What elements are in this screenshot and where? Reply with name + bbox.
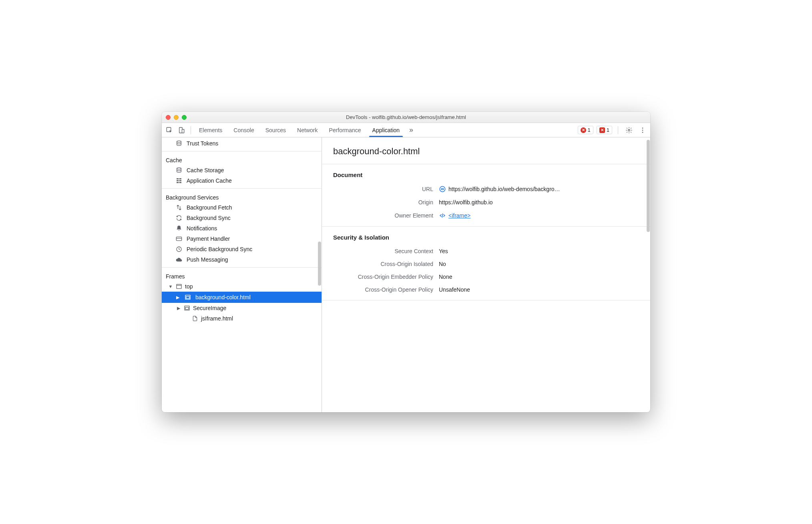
traffic-lights [166,115,187,120]
svg-rect-12 [179,180,181,181]
tab-application[interactable]: Application [372,124,401,137]
svg-point-6 [642,131,643,133]
body: Trust Tokens Cache Cache Storage Applica… [162,137,650,412]
frame-tree-item[interactable]: ▶ SecureImage [162,303,322,313]
sidebar-item-trust-tokens[interactable]: Trust Tokens [162,137,322,149]
grid-icon [175,177,183,184]
row-origin: Origin https://wolfib.github.io [322,196,650,209]
row-url: URL https://wolfib.github.io/web-demos/b… [322,182,650,196]
value-url: https://wolfib.github.io/web-demos/backg… [448,186,560,192]
scrollbar-thumb[interactable] [318,242,321,286]
sidebar-label: Payment Handler [187,236,230,242]
bell-icon [175,225,183,232]
row-coep: Cross-Origin Embedder Policy None [322,270,650,283]
frame-label: top [185,283,193,290]
sidebar-label: Background Fetch [187,204,232,211]
label-url: URL [333,186,433,192]
separator [191,126,191,134]
divider [162,188,322,189]
sidebar-label: Application Cache [187,177,232,184]
svg-rect-14 [179,182,181,183]
svg-rect-19 [186,296,189,298]
issues-badge[interactable]: ✕ 1 [597,126,612,134]
separator [618,126,618,134]
sidebar-item-background-fetch[interactable]: Background Fetch [162,202,322,213]
frame-tree-top[interactable]: ▼ top [162,281,322,292]
errors-count: 1 [588,127,591,133]
row-coop: Cross-Origin Opener Policy UnsafeNone [322,283,650,296]
frame-label: jsIframe.html [201,315,233,322]
devtools-window: DevTools - wolfib.github.io/web-demos/js… [162,112,650,412]
sidebar-label: Trust Tokens [187,140,218,147]
tabs-overflow-icon[interactable]: » [409,126,413,134]
svg-rect-15 [176,237,181,240]
window-title: DevTools - wolfib.github.io/web-demos/js… [162,114,650,120]
error-icon: ✕ [581,127,586,133]
frame-icon [184,294,191,301]
sidebar-item-push-messaging[interactable]: Push Messaging [162,254,322,265]
tab-elements[interactable]: Elements [198,124,223,137]
device-toolbar-icon[interactable] [176,125,187,135]
sidebar-item-notifications[interactable]: Notifications [162,223,322,234]
link-owner-iframe[interactable]: <iframe> [448,212,470,219]
svg-rect-11 [177,180,179,181]
sidebar-item-periodic-sync[interactable]: Periodic Background Sync [162,244,322,254]
file-icon [191,315,199,322]
svg-rect-23 [441,189,444,190]
label: Cross-Origin Opener Policy [333,286,433,293]
reveal-in-sources-icon[interactable] [439,185,446,193]
value: Yes [439,248,639,254]
close-window-button[interactable] [166,115,171,120]
frame-tree-item-selected[interactable]: ▶ background-color.html [162,292,322,303]
svg-point-22 [440,186,445,192]
sidebar-item-cache-storage[interactable]: Cache Storage [162,165,322,175]
settings-gear-icon[interactable] [624,125,634,135]
frame-icon [183,304,191,312]
svg-point-5 [642,129,643,131]
svg-point-7 [177,141,181,142]
tab-console[interactable]: Console [233,124,255,137]
transfer-icon [175,204,183,211]
svg-rect-21 [185,307,189,309]
svg-point-4 [642,127,643,129]
maximize-window-button[interactable] [182,115,187,120]
reveal-in-elements-icon[interactable] [439,212,446,219]
titlebar: DevTools - wolfib.github.io/web-demos/js… [162,112,650,123]
row-owner-element: Owner Element <iframe> [322,209,650,222]
tab-network[interactable]: Network [296,124,318,137]
window-icon [175,283,183,290]
credit-card-icon [175,235,183,242]
inspect-element-icon[interactable] [164,125,175,135]
sidebar-item-application-cache[interactable]: Application Cache [162,175,322,186]
sidebar-label: Notifications [187,225,217,232]
application-sidebar: Trust Tokens Cache Cache Storage Applica… [162,137,322,412]
sidebar-item-background-sync[interactable]: Background Sync [162,213,322,223]
sidebar-label: Push Messaging [187,256,228,263]
svg-point-8 [177,167,181,169]
scrollbar-thumb[interactable] [647,140,650,232]
value-origin: https://wolfib.github.io [439,199,639,206]
sidebar-group-cache: Cache [162,154,322,165]
frame-label: SecureImage [193,305,226,311]
more-menu-icon[interactable] [637,125,648,135]
section-heading: Document [322,171,650,182]
svg-rect-2 [182,129,184,133]
row-coi: Cross-Origin Isolated No [322,258,650,270]
frame-title: background-color.html [322,137,650,164]
sidebar-item-payment-handler[interactable]: Payment Handler [162,234,322,244]
frame-label: background-color.html [195,294,251,300]
panel-tabs: Elements Console Sources Network Perform… [198,124,400,137]
label: Cross-Origin Embedder Policy [333,274,433,280]
database-icon [175,167,183,174]
tab-performance[interactable]: Performance [328,124,362,137]
minimize-window-button[interactable] [174,115,179,120]
svg-rect-17 [177,284,181,289]
frame-details-panel: background-color.html Document URL https… [322,137,650,412]
toolbar: Elements Console Sources Network Perform… [162,123,650,137]
tab-sources[interactable]: Sources [265,124,287,137]
value: No [439,261,639,267]
errors-badge[interactable]: ✕ 1 [578,126,593,134]
section-document: Document URL https://wolfib.github.io/we… [322,164,650,226]
svg-rect-10 [179,178,181,179]
frame-tree-item[interactable]: jsIframe.html [162,313,322,324]
